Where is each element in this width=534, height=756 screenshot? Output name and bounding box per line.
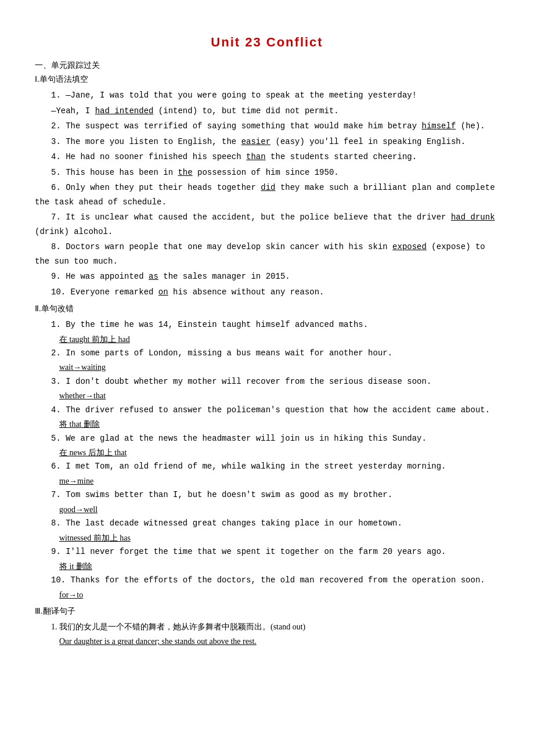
item-text: 6. Only when they put their heads togeth… (35, 183, 495, 207)
correct-item-1-annotation: 在 taught 前加上 had (59, 333, 499, 346)
item-zh-text: 1. 我们的女儿是一个不错的舞者，她从许多舞者中脱颖而出。(stand out) (51, 622, 305, 631)
correct-item-6: 6. I met Tom, an old friend of me, while… (35, 459, 499, 474)
correction-text zh-text: 在 news 后加上 that (59, 448, 127, 457)
correct-item-8-annotation: witnessed 前加上 has (59, 532, 499, 545)
fill-answer: on (158, 287, 168, 297)
correct-item-3-annotation: whether→that (59, 390, 499, 402)
correction-text: me→mine (59, 477, 93, 485)
item-text: 8. Doctors warn people that one may deve… (35, 242, 485, 266)
correction-text zh-text: 将 that 删除 (59, 420, 100, 429)
correct-item-9-annotation: 将 it 删除 (59, 560, 499, 573)
item-text: 4. He had no sooner finished his speech … (51, 152, 417, 161)
correct-item-4: 4. The driver refused to answer the poli… (35, 403, 499, 417)
correct-item-7-annotation: good→well (59, 503, 499, 516)
item-text: 2. In some parts of London, missing a bu… (51, 348, 392, 358)
fill-answer: than (246, 152, 266, 161)
item-text: 9. I'll never forget the time that we sp… (51, 547, 446, 556)
item-text: 10. Thanks for the efforts of the doctor… (51, 575, 485, 585)
fill-item-7: 7. It is unclear what caused the acciden… (35, 210, 499, 239)
correct-item-2: 2. In some parts of London, missing a bu… (35, 346, 499, 361)
correct-item-7: 7. Tom swims better than I, but he doesn… (35, 488, 499, 502)
fill-item-9: 9. He was appointed as the sales manager… (35, 269, 499, 284)
fill-item-3: 3. The more you listen to English, the e… (35, 135, 499, 149)
correct-item-3: 3. I don't doubt whether my mother will … (35, 375, 499, 389)
translate-item-1-en: Our daughter is a great dancer; she stan… (59, 635, 499, 648)
fill-item-2: 2. The suspect was terrified of saying s… (35, 119, 499, 134)
fill-item-6: 6. Only when they put their heads togeth… (35, 181, 499, 209)
fill-answer: exposed (392, 242, 427, 251)
fill-answer: easier (241, 137, 270, 146)
item-text: 7. It is unclear what caused the acciden… (35, 213, 495, 236)
correction-text zh-text: witnessed 前加上 has (59, 534, 131, 542)
correct-item-9: 9. I'll never forget the time that we sp… (35, 545, 499, 559)
correct-item-2-annotation: wait→waiting (59, 361, 499, 374)
correct-item-4-annotation: 将 that 删除 (59, 418, 499, 431)
item-text: 8. The last decade witnessed great chang… (51, 519, 402, 528)
item-text: 6. I met Tom, an old friend of me, while… (51, 462, 446, 471)
item-text: 9. He was appointed as the sales manager… (51, 272, 290, 281)
item-en-text: Our daughter is a great dancer; she stan… (59, 637, 257, 646)
correct-item-10: 10. Thanks for the efforts of the doctor… (35, 573, 499, 588)
fill-answer: himself (422, 121, 456, 131)
correction-text: for→to (59, 591, 83, 599)
item-text: 1. By the time he was 14, Einstein taugh… (51, 320, 368, 329)
item-text: 7. Tom swims better than I, but he doesn… (51, 490, 392, 499)
item-text: 4. The driver refused to answer the poli… (51, 405, 490, 415)
item-text: 5. We are glad at the news the headmaste… (51, 434, 427, 443)
correction-text: good→well (59, 505, 98, 514)
item-text: —Yeah, I had intended (intend) to, but t… (51, 106, 339, 116)
correct-item-5-annotation: 在 news 后加上 that (59, 447, 499, 459)
translate-item-1-zh: 1. 我们的女儿是一个不错的舞者，她从许多舞者中脱颖而出。(stand out) (35, 620, 499, 635)
correction-text: wait→waiting (59, 363, 106, 372)
fill-answer: had intended (95, 106, 154, 116)
correction-text zh-text: 将 it 删除 (59, 562, 92, 571)
fill-item-5: 5. This house has been in the possession… (35, 165, 499, 180)
fill-answer: did (261, 183, 275, 192)
item-text: 5. This house has been in the possession… (51, 168, 339, 177)
subsection3-header: Ⅲ.翻译句子 (35, 606, 499, 617)
fill-item-1: 1. —Jane, I was told that you were going… (35, 88, 499, 103)
correct-item-10-annotation: for→to (59, 589, 499, 602)
correction-text: whether→that (59, 391, 106, 400)
fill-item-1-line2: —Yeah, I had intended (intend) to, but t… (35, 104, 499, 118)
correct-item-5: 5. We are glad at the news the headmaste… (35, 431, 499, 446)
subsection2-header: Ⅱ.单句改错 (35, 304, 499, 314)
fill-item-4: 4. He had no sooner finished his speech … (35, 150, 499, 164)
fill-answer: the (178, 168, 192, 177)
correct-item-1: 1. By the time he was 14, Einstein taugh… (35, 318, 499, 332)
page-title: Unit 23 Conflict (35, 35, 499, 50)
subsection1-header: Ⅰ.单句语法填空 (35, 74, 499, 85)
correct-item-8: 8. The last decade witnessed great chang… (35, 516, 499, 531)
item-text: 10. Everyone remarked on his absence wit… (51, 287, 324, 297)
correction-text: 在 taught 前加上 had (59, 335, 130, 344)
item-text: 3. I don't doubt whether my mother will … (51, 377, 431, 386)
correct-item-6-annotation: me→mine (59, 475, 499, 488)
item-num: 1. —Jane, I was told that you were going… (51, 91, 417, 100)
fill-item-10: 10. Everyone remarked on his absence wit… (35, 285, 499, 300)
section1-header: 一、单元跟踪过关 (35, 60, 499, 71)
fill-answer: had drunk (451, 213, 495, 222)
fill-item-8: 8. Doctors warn people that one may deve… (35, 240, 499, 268)
item-text: 2. The suspect was terrified of saying s… (51, 121, 485, 131)
fill-answer: as (149, 272, 158, 281)
item-text: 3. The more you listen to English, the e… (51, 137, 466, 146)
